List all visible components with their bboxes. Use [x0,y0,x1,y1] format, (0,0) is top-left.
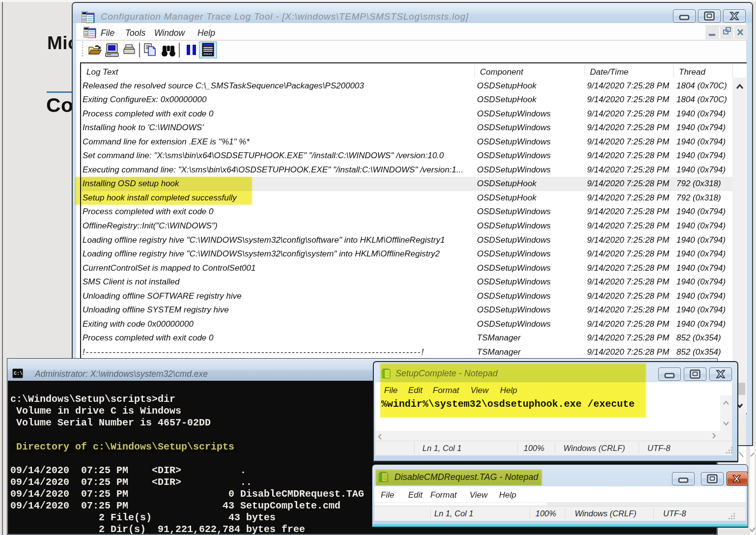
svg-text:C:\: C:\ [14,371,23,376]
